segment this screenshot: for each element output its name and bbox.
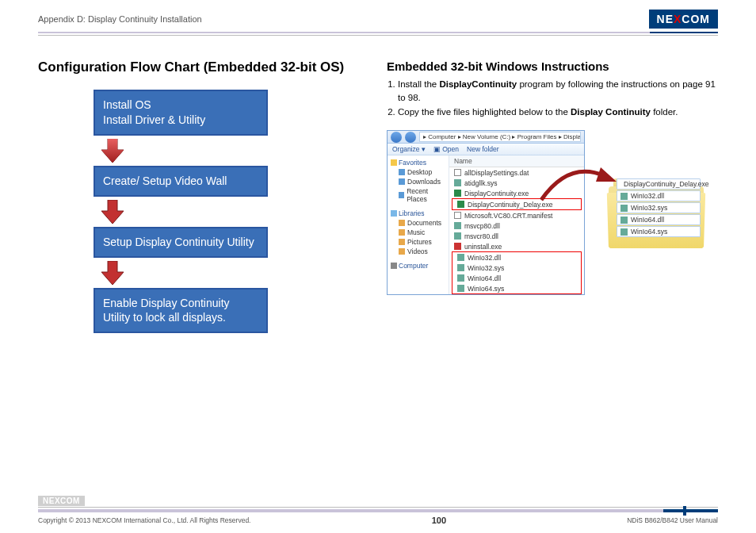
- highlight-red-2: WinIo32.dll WinIo32.sys WinIo64.dll WinI…: [452, 251, 582, 294]
- flow-step-4: Enable Display Continuity Utility to loc…: [94, 288, 268, 334]
- svg-marker-1: [101, 139, 124, 163]
- file-row: msvcp80.dll: [449, 220, 584, 231]
- flow-step-3: Setup Display Continuity Utility: [94, 227, 268, 258]
- explorer-toolbar: Organize ▾ ▣ Open New folder: [388, 144, 584, 155]
- sidebar-libraries: Libraries: [389, 209, 447, 218]
- header-rule: [38, 32, 718, 33]
- arrow-down-icon: [101, 139, 363, 163]
- copyright: Copyright © 2013 NEXCOM International Co…: [38, 516, 250, 524]
- file-row: WinIo32.dll: [452, 252, 581, 263]
- file-row: WinIo32.sys: [617, 202, 701, 213]
- forward-button-icon: [405, 132, 416, 143]
- new-folder-button: New folder: [467, 145, 499, 153]
- file-row: WinIo64.sys: [617, 226, 701, 237]
- instructions-heading: Embedded 32-bit Windows Instructions: [387, 59, 718, 73]
- arrow-down-icon: [101, 200, 363, 224]
- curved-arrow-icon: [537, 156, 624, 212]
- instruction-1: Install the DisplayContinuity program by…: [398, 78, 718, 104]
- open-button: ▣ Open: [433, 145, 459, 153]
- footer-rule: [38, 509, 718, 512]
- flow-step-1: Install OS Install Driver & Utility: [94, 90, 268, 136]
- file-row: DisplayContinuity_Delay.exe: [617, 178, 701, 190]
- file-row: uninstall.exe: [449, 241, 584, 251]
- appendix-title: Appendix D: Display Continuity Installat…: [38, 14, 202, 24]
- sidebar-videos: Videos: [389, 247, 447, 256]
- file-row: WinIo32.dll: [617, 190, 701, 201]
- sidebar-music: Music: [389, 228, 447, 237]
- svg-marker-3: [101, 261, 124, 285]
- flow-step-2: Create/ Setup Video Wall: [94, 166, 268, 197]
- target-folder: DisplayContinuity_Delay.exe WinIo32.dll …: [593, 177, 712, 248]
- sidebar-computer: Computer: [389, 261, 447, 270]
- flow-chart: Install OS Install Driver & Utility Crea…: [38, 90, 363, 333]
- instructions-list: Install the DisplayContinuity program by…: [387, 78, 718, 119]
- page-number: 100: [432, 516, 446, 525]
- organize-menu: Organize ▾: [392, 145, 426, 153]
- instruction-2: Copy the five files highlighted below to…: [398, 105, 718, 119]
- footer-rule-thin: [38, 507, 718, 508]
- explorer-titlebar: ▸ Computer ▸ New Volume (C:) ▸ Program F…: [388, 131, 584, 144]
- sidebar-documents: Documents: [389, 218, 447, 228]
- windows-explorer: ▸ Computer ▸ New Volume (C:) ▸ Program F…: [387, 130, 585, 295]
- sidebar-downloads: Downloads: [389, 177, 447, 186]
- sidebar-desktop: Desktop: [389, 167, 447, 177]
- screenshot-composite: ▸ Computer ▸ New Volume (C:) ▸ Program F…: [387, 130, 718, 295]
- svg-marker-2: [101, 200, 124, 224]
- back-button-icon: [391, 132, 402, 143]
- sidebar-pictures: Pictures: [389, 237, 447, 247]
- file-row: WinIo64.sys: [452, 283, 581, 293]
- svg-marker-4: [596, 167, 617, 182]
- file-row: WinIo64.dll: [617, 214, 701, 225]
- file-row: WinIo32.sys: [452, 263, 581, 273]
- manual-name: NDiS B862/B842 User Manual: [627, 516, 718, 524]
- folder-contents: DisplayContinuity_Delay.exe WinIo32.dll …: [617, 178, 701, 238]
- file-row: WinIo64.dll: [452, 273, 581, 283]
- arrow-down-icon: [101, 261, 363, 285]
- sidebar-recent: Recent Places: [389, 186, 447, 204]
- breadcrumb: ▸ Computer ▸ New Volume (C:) ▸ Program F…: [419, 132, 581, 142]
- page-title: Configuration Flow Chart (Embedded 32-bi…: [38, 59, 363, 75]
- footer-logo: NEXCOM: [38, 496, 85, 506]
- explorer-sidebar: Favorites Desktop Downloads Recent Place…: [388, 155, 449, 294]
- nexcom-logo: NEXCOM: [649, 10, 718, 29]
- file-row: msvcr80.dll: [449, 231, 584, 241]
- sidebar-favorites: Favorites: [389, 158, 447, 167]
